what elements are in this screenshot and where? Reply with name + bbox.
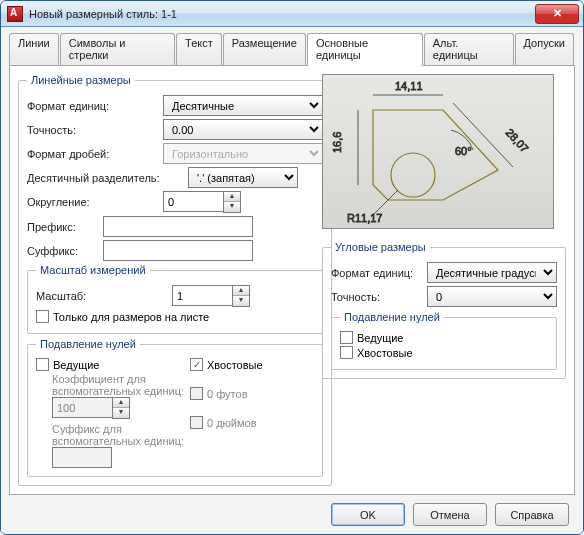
input-subunit-suffix	[52, 447, 112, 468]
label-suffix: Суффикс:	[27, 245, 97, 257]
label-unit-format: Формат единиц:	[27, 100, 157, 112]
svg-text:28,07: 28,07	[504, 126, 532, 154]
dimension-preview: 14,11 16,6 28,07 60° R11,17	[322, 74, 554, 229]
select-unit-format[interactable]: Десятичные	[163, 95, 323, 116]
label-rounding: Округление:	[27, 196, 157, 208]
label-feet: 0 футов	[207, 388, 247, 400]
dialog-body: Линии Символы и стрелки Текст Размещение…	[1, 27, 583, 534]
close-button[interactable]: ✕	[535, 4, 579, 24]
label-inches: 0 дюймов	[207, 417, 257, 429]
select-decimal-sep[interactable]: '.' (запятая)	[188, 167, 298, 188]
spinner-down-icon[interactable]: ▼	[233, 296, 249, 306]
select-precision[interactable]: 0.00	[163, 119, 323, 140]
spinner-rounding[interactable]: ▲▼	[163, 191, 243, 213]
label-precision: Точность:	[27, 124, 157, 136]
ok-button[interactable]: OK	[331, 503, 405, 526]
checkbox-ang-trailing[interactable]	[340, 346, 353, 359]
input-suffix[interactable]	[103, 240, 253, 261]
legend-ang-suppress: Подавление нулей	[340, 311, 444, 323]
svg-text:16,6: 16,6	[331, 132, 343, 153]
help-button[interactable]: Справка	[495, 503, 569, 526]
checkbox-feet	[190, 387, 203, 400]
group-angular-dimensions: Угловые размеры Формат единиц: Десятичны…	[322, 241, 566, 379]
input-scale[interactable]	[172, 285, 232, 306]
spinner-scale[interactable]: ▲▼	[172, 285, 252, 307]
spinner-up-icon[interactable]: ▲	[233, 286, 249, 296]
tab-symbols-arrows[interactable]: Символы и стрелки	[60, 33, 175, 66]
label-trailing: Хвостовые	[207, 359, 263, 371]
tab-tolerances[interactable]: Допуски	[515, 33, 574, 66]
label-decimal-sep: Десятичный разделитель:	[27, 172, 182, 184]
spinner-up-icon: ▲	[113, 398, 129, 408]
tab-fit[interactable]: Размещение	[223, 33, 306, 66]
svg-text:R11,17: R11,17	[347, 212, 382, 224]
input-prefix[interactable]	[103, 216, 253, 237]
tab-bar: Линии Символы и стрелки Текст Размещение…	[9, 33, 575, 66]
tab-primary-units[interactable]: Основные единицы	[307, 33, 423, 66]
svg-text:60°: 60°	[455, 145, 472, 157]
label-leading: Ведущие	[53, 359, 99, 371]
input-rounding[interactable]	[163, 191, 223, 212]
checkbox-trailing[interactable]: ✓	[190, 358, 203, 371]
select-fraction-format: Горизонтально	[163, 143, 323, 164]
checkbox-ang-leading[interactable]	[340, 331, 353, 344]
close-icon: ✕	[553, 7, 562, 20]
tab-alt-units[interactable]: Альт. единицы	[424, 33, 514, 66]
legend-scale: Масштаб измерений	[36, 264, 150, 276]
input-subunit-factor	[52, 397, 112, 418]
label-scale: Масштаб:	[36, 290, 166, 302]
spinner-up-icon[interactable]: ▲	[224, 192, 240, 202]
spinner-subunit-factor: ▲▼	[52, 397, 132, 419]
group-measurement-scale: Масштаб измерений Масштаб: ▲▼ Только для…	[27, 264, 323, 334]
app-icon	[7, 6, 23, 22]
dialog-window: Новый размерный стиль: 1-1 ✕ Линии Симво…	[0, 0, 584, 535]
label-ang-leading: Ведущие	[357, 332, 403, 344]
label-subunit-suffix: Суффикс для вспомогательных единиц:	[52, 423, 184, 447]
group-ang-suppress: Подавление нулей Ведущие Хвостовые	[331, 311, 557, 370]
select-ang-precision[interactable]: 0	[427, 286, 557, 307]
label-fraction-format: Формат дробей:	[27, 148, 157, 160]
label-layout-only: Только для размеров на листе	[53, 311, 209, 323]
group-zero-suppression: Подавление нулей Ведущие Коэффициент для…	[27, 338, 323, 477]
cancel-button[interactable]: Отмена	[413, 503, 487, 526]
tab-lines[interactable]: Линии	[9, 33, 59, 66]
select-ang-unit-format[interactable]: Десятичные градусы	[427, 262, 557, 283]
tab-page: Линейные размеры Формат единиц: Десятичн…	[9, 65, 575, 495]
checkbox-inches	[190, 416, 203, 429]
left-column: Линейные размеры Формат единиц: Десятичн…	[18, 74, 314, 486]
right-column: 14,11 16,6 28,07 60° R11,17 Угловые разм…	[322, 74, 560, 486]
titlebar: Новый размерный стиль: 1-1 ✕	[1, 1, 583, 27]
window-title: Новый размерный стиль: 1-1	[29, 8, 535, 20]
preview-svg: 14,11 16,6 28,07 60° R11,17	[323, 75, 553, 228]
group-linear-dimensions: Линейные размеры Формат единиц: Десятичн…	[18, 74, 332, 486]
label-prefix: Префикс:	[27, 221, 97, 233]
legend-linear: Линейные размеры	[27, 74, 135, 86]
spinner-down-icon[interactable]: ▼	[224, 202, 240, 212]
svg-text:14,11: 14,11	[395, 80, 423, 92]
spinner-down-icon: ▼	[113, 408, 129, 418]
checkbox-layout-only[interactable]	[36, 310, 49, 323]
footer-buttons: OK Отмена Справка	[9, 495, 575, 526]
label-subunit-factor: Коэффициент для вспомогательных единиц:	[52, 373, 184, 397]
checkbox-leading[interactable]	[36, 358, 49, 371]
label-ang-precision: Точность:	[331, 291, 421, 303]
legend-suppress: Подавление нулей	[36, 338, 140, 350]
label-ang-trailing: Хвостовые	[357, 347, 413, 359]
legend-angular: Угловые размеры	[331, 241, 430, 253]
label-ang-unit-format: Формат единиц:	[331, 267, 421, 279]
tab-text[interactable]: Текст	[176, 33, 222, 66]
